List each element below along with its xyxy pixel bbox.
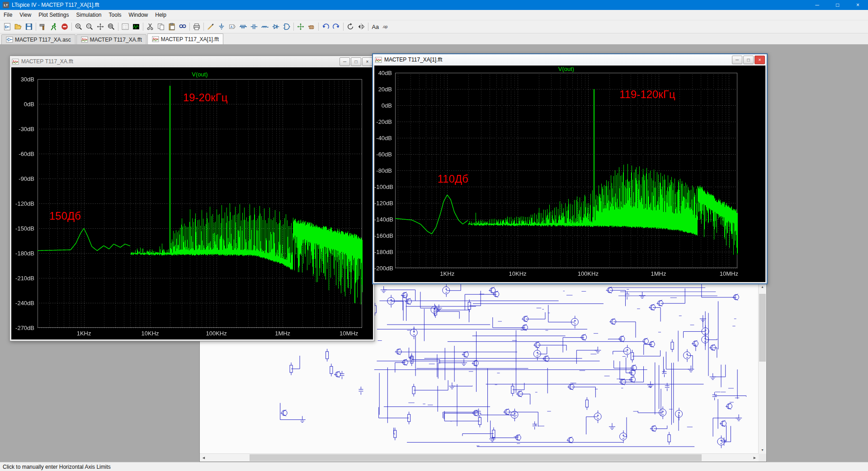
horizontal-scroll-thumb[interactable] — [250, 454, 702, 461]
x-tick-label: 10KHz — [502, 270, 533, 277]
vertical-scrollbar[interactable]: ▲ ▼ — [758, 283, 766, 454]
grid-dots-button[interactable] — [120, 21, 131, 32]
resistor-button[interactable] — [238, 21, 249, 32]
drag-button[interactable] — [306, 21, 317, 32]
zoom-full-button[interactable] — [106, 21, 117, 32]
right-window-controls: ─ □ × — [731, 56, 765, 64]
x-tick-label: 100KHz — [572, 270, 604, 277]
tab-1[interactable]: МАСТЕР Т117_ХА.asc — [1, 34, 75, 44]
pan-button[interactable] — [95, 21, 106, 32]
close-button[interactable]: × — [848, 0, 868, 10]
left-window-maximize-button[interactable]: □ — [351, 57, 361, 66]
annotation-text: 110Дб — [403, 173, 503, 185]
move-button[interactable] — [295, 21, 306, 32]
toolbar-separator — [318, 23, 319, 31]
right-plot-titlebar[interactable]: МАСТЕР Т117_ХА[1].fft ─ □ × — [373, 54, 767, 65]
y-tick-label: -120dB — [374, 200, 392, 207]
left-plot-titlebar[interactable]: МАСТЕР Т117_ХА.fft ─ □ × — [10, 56, 374, 67]
left-window-close-button[interactable]: × — [362, 57, 373, 66]
x-tick-label: 1KHz — [68, 330, 100, 337]
left-window-minimize-button[interactable]: ─ — [340, 57, 350, 66]
rotate-button[interactable] — [345, 21, 356, 32]
copy-button[interactable] — [156, 21, 166, 32]
capacitor-button[interactable] — [249, 21, 259, 32]
trace-label[interactable]: V(out) — [182, 71, 218, 78]
horizontal-scrollbar[interactable]: ◀ ▶ — [200, 453, 759, 462]
right-fft-overlay: 40dB20dB0dB-20dB-40dB-60dB-80dB-100dB-12… — [374, 66, 765, 282]
paste-button[interactable] — [166, 21, 177, 32]
y-tick-label: -120dB — [11, 200, 34, 207]
x-tick-label: 1MHz — [267, 330, 298, 337]
inductor-button[interactable] — [259, 21, 270, 32]
svg-text:A: A — [230, 25, 232, 29]
menu-tools[interactable]: Tools — [105, 10, 125, 20]
menu-file[interactable]: File — [0, 10, 16, 20]
x-tick-label: 1MHz — [643, 270, 675, 277]
halt-button[interactable] — [59, 21, 70, 32]
ground-button[interactable] — [216, 21, 227, 32]
component-button[interactable] — [281, 21, 292, 32]
left-plot-window: МАСТЕР Т117_ХА.fft ─ □ × 30dB0dB-30dB-60… — [9, 56, 375, 341]
text-tool-button[interactable]: Aa — [370, 21, 381, 32]
control-panel-button[interactable] — [38, 21, 48, 32]
right-plot-window: МАСТЕР Т117_ХА[1].fft ─ □ × 40dB20dB0dB-… — [372, 53, 768, 284]
title-bar[interactable]: LT LTspice IV - МАСТЕР Т117_ХА[1].fft ─ … — [0, 0, 868, 10]
tab-bar: МАСТЕР Т117_ХА.ascМАСТЕР Т117_ХА.fftМАСТ… — [0, 33, 868, 45]
right-plot-pane: 40dB20dB0dB-20dB-40dB-60dB-80dB-100dB-12… — [374, 66, 765, 282]
trace-label[interactable]: V(out) — [548, 66, 585, 72]
y-tick-label: -140dB — [374, 216, 392, 223]
cut-button[interactable] — [145, 21, 156, 32]
mirror-button[interactable] — [356, 21, 367, 32]
minimize-button[interactable]: ─ — [807, 0, 827, 10]
print-button[interactable] — [191, 21, 202, 32]
y-tick-label: -40dB — [374, 135, 392, 141]
vertical-scroll-thumb[interactable] — [759, 294, 766, 362]
tab-label: МАСТЕР Т117_ХА.asc — [15, 37, 71, 43]
wire-button[interactable] — [205, 21, 216, 32]
scroll-down-button[interactable]: ▼ — [759, 446, 766, 454]
y-tick-label: -60dB — [11, 151, 34, 157]
toolbar-separator — [293, 23, 294, 31]
spice-directive-button[interactable]: .op — [381, 21, 392, 32]
waveform-icon — [12, 59, 19, 65]
ltspice-application-window: LT LTspice IV - МАСТЕР Т117_ХА[1].fft ─ … — [0, 0, 868, 471]
new-schematic-button[interactable] — [2, 21, 13, 32]
y-tick-label: -80dB — [374, 167, 392, 174]
y-tick-label: -30dB — [11, 126, 34, 132]
zoom-back-button[interactable] — [84, 21, 95, 32]
autorange-y-button[interactable] — [131, 21, 142, 32]
redo-button[interactable] — [331, 21, 342, 32]
toolbar-separator — [343, 23, 344, 31]
menu-simulation[interactable]: Simulation — [73, 10, 105, 20]
right-window-minimize-button[interactable]: ─ — [732, 56, 742, 64]
right-window-maximize-button[interactable]: □ — [743, 56, 754, 64]
open-file-button[interactable] — [13, 21, 24, 32]
y-tick-label: -180dB — [374, 249, 392, 255]
left-plot-title: МАСТЕР Т117_ХА.fft — [21, 58, 73, 65]
net-label-button[interactable]: A — [227, 21, 238, 32]
menu-window[interactable]: Window — [125, 10, 152, 20]
find-button[interactable] — [177, 21, 188, 32]
tab-3[interactable]: МАСТЕР Т117_ХА[1].fft — [147, 33, 223, 44]
toolbar-separator — [36, 23, 36, 31]
y-tick-label: -20dB — [374, 118, 392, 125]
tab-2[interactable]: МАСТЕР Т117_ХА.fft — [76, 34, 146, 44]
y-tick-label: 0dB — [374, 102, 392, 109]
menu-view[interactable]: View — [16, 10, 35, 20]
run-button[interactable] — [48, 21, 59, 32]
scroll-right-button[interactable]: ▶ — [751, 454, 759, 462]
window-title: LTspice IV - МАСТЕР Т117_ХА[1].fft — [12, 2, 99, 8]
y-tick-label: -90dB — [11, 175, 34, 182]
save-button[interactable] — [24, 21, 34, 32]
zoom-area-button[interactable] — [73, 21, 84, 32]
y-tick-label: -150dB — [11, 225, 34, 232]
menu-help[interactable]: Help — [151, 10, 170, 20]
diode-button[interactable] — [270, 21, 281, 32]
mdi-area: ▲ ▼ ◀ ▶ МАСТЕР Т117_ХА.fft ─ □ × — [0, 44, 868, 462]
y-tick-label: 30dB — [11, 76, 34, 83]
menu-plot-settings[interactable]: Plot Settings — [35, 10, 72, 20]
right-window-close-button[interactable]: × — [755, 56, 765, 64]
maximize-button[interactable]: □ — [827, 0, 848, 10]
scroll-left-button[interactable]: ◀ — [200, 454, 208, 462]
undo-button[interactable] — [320, 21, 331, 32]
